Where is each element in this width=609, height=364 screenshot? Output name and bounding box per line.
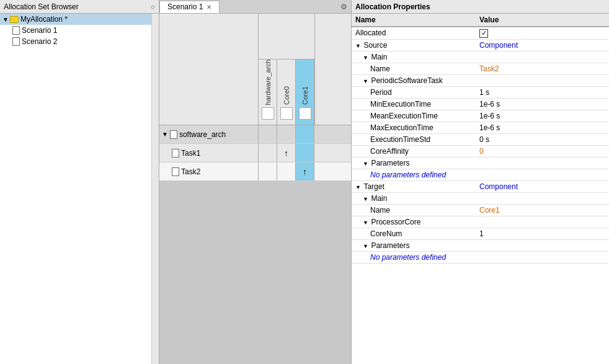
- row-label-software-arch: ▼ software_arch: [159, 125, 259, 143]
- tree-label-scenario2: Scenario 2: [22, 37, 57, 46]
- prop-value-periodic-sw-task: [476, 74, 609, 86]
- prop-name-periodic-sw-task: ▼ PeriodicSoftwareTask: [352, 74, 476, 86]
- folder-icon-myallocation: [10, 16, 19, 23]
- prop-row-processor-core: ▼ ProcessorCore: [352, 216, 609, 228]
- cell-task1-core0[interactable]: ↑: [277, 144, 296, 162]
- tab-close-icon[interactable]: ✕: [207, 4, 211, 11]
- cell-task1-core1[interactable]: [296, 144, 314, 162]
- col-header-name: Name: [352, 14, 476, 27]
- prop-name-period: Period: [352, 86, 476, 98]
- tab-scenario1[interactable]: Scenario 1 ✕: [159, 1, 220, 13]
- doc-icon-scenario1: [12, 26, 20, 35]
- right-panel-title: Allocation Properties: [355, 2, 430, 11]
- col-header-core1: Core1: [296, 60, 314, 125]
- prop-value-target-parameters: [476, 239, 609, 251]
- prop-row-exec-std: ExecutionTimeStd0 s: [352, 133, 609, 145]
- prop-row-source: ▼ SourceComponent: [352, 39, 609, 51]
- expand-triangle-target-parameters[interactable]: ▼: [363, 243, 370, 249]
- tree-item-scenario2[interactable]: Scenario 2: [0, 36, 151, 47]
- expand-triangle-target-main[interactable]: ▼: [363, 196, 370, 202]
- prop-name-target-name: Name: [352, 204, 476, 216]
- expand-triangle-processor-core[interactable]: ▼: [363, 220, 370, 226]
- prop-name-mean-exec: MeanExecutionTime: [352, 110, 476, 122]
- prop-value-mean-exec: 1e-6 s: [476, 110, 609, 122]
- prop-value-core-affinity: 0: [476, 145, 609, 157]
- prop-row-target-parameters: ▼ Parameters: [352, 239, 609, 251]
- expand-icon[interactable]: ▼: [162, 131, 168, 138]
- prop-name-source-name: Name: [352, 63, 476, 74]
- expand-triangle-parameters[interactable]: ▼: [363, 161, 370, 167]
- prop-row-mean-exec: MeanExecutionTime1e-6 s: [352, 110, 609, 122]
- prop-name-core-affinity: CoreAffinity: [352, 145, 476, 157]
- prop-value-target: Component: [476, 180, 609, 192]
- prop-name-processor-core: ▼ ProcessorCore: [352, 216, 476, 228]
- table-row: ▼ software_arch: [159, 125, 351, 144]
- scenario-content: hardware_arch Core0 Core1: [159, 14, 351, 364]
- prop-name-max-exec: MaxExecutionTime: [352, 122, 476, 133]
- prop-value-min-exec: 1e-6 s: [476, 98, 609, 110]
- tree-area: ▼MyAllocation *Scenario 1Scenario 2: [0, 14, 151, 364]
- prop-row-max-exec: MaxExecutionTime1e-6 s: [352, 122, 609, 133]
- expand-triangle-target[interactable]: ▼: [355, 184, 362, 190]
- col-checkbox-core1: [299, 107, 311, 120]
- prop-name-target: ▼ Target: [352, 180, 476, 192]
- checkbox-allocated[interactable]: ✓: [479, 29, 488, 38]
- doc-icon-scenario2: [12, 37, 20, 46]
- prop-row-core-affinity: CoreAffinity0: [352, 145, 609, 157]
- prop-row-source-main: ▼ Main: [352, 51, 609, 63]
- prop-value-target-name: Core1: [476, 204, 609, 216]
- tree-item-scenario1[interactable]: Scenario 1: [0, 25, 151, 36]
- prop-row-period: Period1 s: [352, 86, 609, 98]
- col-header-hw-arch: hardware_arch: [259, 60, 277, 125]
- expand-triangle-source-main[interactable]: ▼: [363, 55, 370, 61]
- tab-bar: Scenario 1 ✕ ⚙: [159, 0, 351, 14]
- tab-gear-icon[interactable]: ⚙: [337, 1, 351, 13]
- left-scrollbar[interactable]: [151, 14, 159, 364]
- prop-name-core-num: CoreNum: [352, 228, 476, 239]
- prop-value-source: Component: [476, 39, 609, 51]
- table-row: Task1 ↑: [159, 144, 351, 162]
- prop-name-min-exec: MinExecutionTime: [352, 98, 476, 110]
- col-label-core0: Core0: [283, 86, 290, 105]
- prop-value-processor-core: [476, 216, 609, 228]
- right-panel-header: Allocation Properties: [352, 0, 609, 14]
- middle-panel: Scenario 1 ✕ ⚙: [159, 0, 352, 364]
- cell-task2-core1[interactable]: ↑: [296, 162, 314, 180]
- app-container: Allocation Set Browser ○ ▼MyAllocation *…: [0, 0, 609, 364]
- expand-icon-myallocation[interactable]: ▼: [2, 16, 9, 23]
- left-panel-header: Allocation Set Browser ○: [0, 0, 159, 14]
- tree-label-myallocation: MyAllocation *: [20, 15, 68, 24]
- col-label-hw-arch: hardware_arch: [264, 60, 272, 105]
- prop-value-no-params: [476, 169, 609, 180]
- tree-item-myallocation[interactable]: ▼MyAllocation *: [0, 14, 151, 25]
- cell-sw-core0: [277, 125, 296, 143]
- col-checkbox-hw-arch: [262, 107, 274, 120]
- expand-triangle-periodic-sw-task[interactable]: ▼: [363, 78, 370, 84]
- left-panel: Allocation Set Browser ○ ▼MyAllocation *…: [0, 0, 159, 364]
- prop-value-source-main: [476, 51, 609, 63]
- expand-triangle-source[interactable]: ▼: [355, 43, 362, 49]
- prop-row-periodic-sw-task: ▼ PeriodicSoftwareTask: [352, 74, 609, 86]
- cell-task2-core0[interactable]: [277, 162, 296, 180]
- right-panel: Allocation Properties Name Value Allocat…: [352, 0, 609, 364]
- node-icon-task2: [172, 167, 179, 176]
- prop-name-parameters: ▼ Parameters: [352, 157, 476, 169]
- col-header-core0: Core0: [277, 60, 296, 125]
- table-row: Task2 ↑: [159, 162, 351, 181]
- node-icon-doc: [170, 130, 177, 139]
- prop-value-core-num: 1: [476, 228, 609, 239]
- prop-name-target-parameters: ▼ Parameters: [352, 239, 476, 251]
- left-panel-title: Allocation Set Browser: [4, 2, 79, 11]
- col-label-core1: Core1: [301, 86, 309, 105]
- prop-row-target-name: NameCore1: [352, 204, 609, 216]
- node-icon-task1: [172, 149, 179, 158]
- prop-name-source-main: ▼ Main: [352, 51, 476, 63]
- prop-value-max-exec: 1e-6 s: [476, 122, 609, 133]
- col-header-value: Value: [476, 14, 609, 27]
- cell-sw-hw: [259, 125, 277, 143]
- prop-value-no-params-target: [476, 251, 609, 263]
- prop-name-no-params-target: No parameters defined: [352, 251, 476, 263]
- properties-scroll-area[interactable]: Name Value Allocated✓▼ SourceComponent▼ …: [352, 14, 609, 364]
- left-panel-settings-icon[interactable]: ○: [151, 2, 155, 11]
- prop-value-target-main: [476, 192, 609, 204]
